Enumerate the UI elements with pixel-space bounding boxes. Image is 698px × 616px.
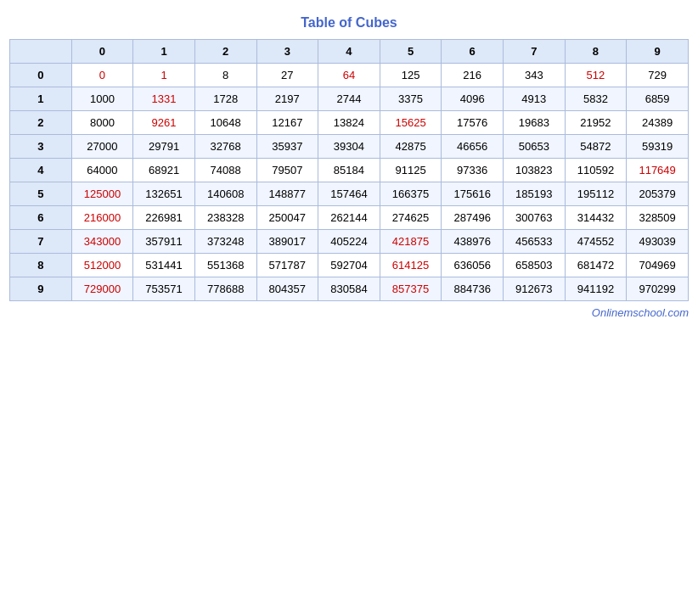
table-row: 3270002979132768359373930442875466565065… — [10, 135, 689, 159]
footer-credit: Onlinemschool.com — [9, 306, 689, 319]
table-cell: 300763 — [504, 206, 566, 230]
col-header-7: 7 — [504, 40, 566, 64]
col-header-6: 6 — [442, 40, 504, 64]
table-cell: 8000 — [71, 111, 133, 135]
col-header-4: 4 — [318, 40, 380, 64]
table-cell: 117649 — [627, 159, 689, 182]
table-row: 8512000531441551368571787592704614125636… — [10, 254, 689, 277]
row-header-3: 3 — [10, 135, 72, 159]
table-cell: 132651 — [133, 182, 195, 206]
page-title: Table of Cubes — [301, 15, 397, 31]
table-cell: 125000 — [71, 182, 133, 206]
table-row: 4640006892174088795078518491125973361038… — [10, 159, 689, 182]
table-cell: 571787 — [256, 254, 318, 277]
table-cell: 103823 — [504, 159, 566, 182]
table-cell: 343000 — [71, 230, 133, 254]
table-cell: 54872 — [565, 135, 627, 159]
table-cell: 205379 — [627, 182, 689, 206]
table-cell: 68921 — [133, 159, 195, 182]
table-cell: 238328 — [194, 206, 256, 230]
table-cell: 64 — [318, 64, 380, 87]
table-cell: 857375 — [380, 277, 442, 301]
cubes-table: 0123456789 00182764125216343512729110001… — [9, 39, 689, 301]
table-cell: 328509 — [627, 206, 689, 230]
table-cell: 438976 — [442, 230, 504, 254]
table-cell: 1331 — [133, 87, 195, 111]
table-cell: 8 — [194, 64, 256, 87]
table-cell: 185193 — [504, 182, 566, 206]
col-header-3: 3 — [256, 40, 318, 64]
table-cell: 830584 — [318, 277, 380, 301]
table-cell: 24389 — [627, 111, 689, 135]
table-cell: 157464 — [318, 182, 380, 206]
row-header-7: 7 — [10, 230, 72, 254]
table-cell: 1 — [133, 64, 195, 87]
table-cell: 2197 — [256, 87, 318, 111]
table-cell: 778688 — [194, 277, 256, 301]
table-cell: 74088 — [194, 159, 256, 182]
table-cell: 32768 — [194, 135, 256, 159]
row-header-1: 1 — [10, 87, 72, 111]
table-cell: 456533 — [504, 230, 566, 254]
table-cell: 15625 — [380, 111, 442, 135]
table-cell: 658503 — [504, 254, 566, 277]
row-header-6: 6 — [10, 206, 72, 230]
table-cell: 35937 — [256, 135, 318, 159]
col-header-9: 9 — [627, 40, 689, 64]
table-cell: 1728 — [194, 87, 256, 111]
table-cell: 19683 — [504, 111, 566, 135]
table-cell: 148877 — [256, 182, 318, 206]
table-cell: 493039 — [627, 230, 689, 254]
table-row: 7343000357911373248389017405224421875438… — [10, 230, 689, 254]
table-cell: 175616 — [442, 182, 504, 206]
row-header-9: 9 — [10, 277, 72, 301]
table-row: 9729000753571778688804357830584857375884… — [10, 277, 689, 301]
table-cell: 804357 — [256, 277, 318, 301]
col-header-1: 1 — [133, 40, 195, 64]
table-cell: 29791 — [133, 135, 195, 159]
table-cell: 125 — [380, 64, 442, 87]
table-cell: 97336 — [442, 159, 504, 182]
table-cell: 4913 — [504, 87, 566, 111]
table-cell: 42875 — [380, 135, 442, 159]
table-cell: 12167 — [256, 111, 318, 135]
table-cell: 226981 — [133, 206, 195, 230]
table-cell: 50653 — [504, 135, 566, 159]
table-cell: 614125 — [380, 254, 442, 277]
table-cell: 314432 — [565, 206, 627, 230]
table-cell: 681472 — [565, 254, 627, 277]
table-cell: 91125 — [380, 159, 442, 182]
table-row: 6216000226981238328250047262144274625287… — [10, 206, 689, 230]
table-cell: 4096 — [442, 87, 504, 111]
table-cell: 274625 — [380, 206, 442, 230]
table-cell: 216 — [442, 64, 504, 87]
table-cell: 512000 — [71, 254, 133, 277]
table-cell: 343 — [504, 64, 566, 87]
table-cell: 941192 — [565, 277, 627, 301]
table-cell: 704969 — [627, 254, 689, 277]
table-cell: 9261 — [133, 111, 195, 135]
row-header-8: 8 — [10, 254, 72, 277]
table-cell: 6859 — [627, 87, 689, 111]
corner-header — [10, 40, 72, 64]
table-cell: 373248 — [194, 230, 256, 254]
table-cell: 39304 — [318, 135, 380, 159]
table-cell: 753571 — [133, 277, 195, 301]
table-cell: 405224 — [318, 230, 380, 254]
table-cell: 389017 — [256, 230, 318, 254]
row-header-5: 5 — [10, 182, 72, 206]
col-header-2: 2 — [194, 40, 256, 64]
col-header-5: 5 — [380, 40, 442, 64]
table-cell: 357911 — [133, 230, 195, 254]
table-row: 5125000132651140608148877157464166375175… — [10, 182, 689, 206]
table-cell: 195112 — [565, 182, 627, 206]
table-row: 2800092611064812167138241562517576196832… — [10, 111, 689, 135]
row-header-0: 0 — [10, 64, 72, 87]
table-cell: 884736 — [442, 277, 504, 301]
table-cell: 85184 — [318, 159, 380, 182]
table-row: 00182764125216343512729 — [10, 64, 689, 87]
table-cell: 262144 — [318, 206, 380, 230]
table-cell: 636056 — [442, 254, 504, 277]
table-cell: 531441 — [133, 254, 195, 277]
table-cell: 21952 — [565, 111, 627, 135]
